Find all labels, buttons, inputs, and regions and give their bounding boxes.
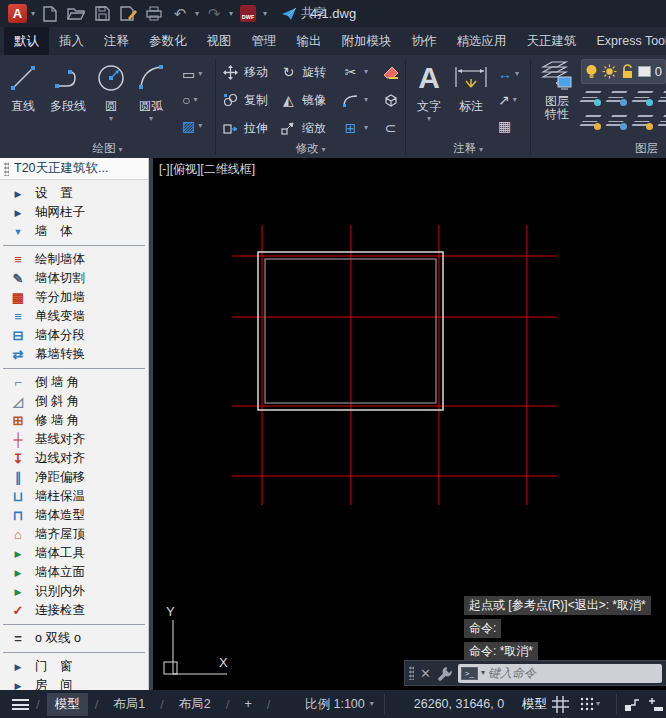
dimension-button[interactable]: 标注 — [448, 55, 494, 137]
sidebar-item[interactable]: 墙 体 — [0, 222, 148, 241]
redo-caret-icon[interactable] — [229, 10, 233, 18]
sidebar-item[interactable]: ⌐ 倒 墙 角 — [0, 373, 148, 392]
save-as-button[interactable] — [117, 4, 139, 24]
move-button[interactable]: 移动 — [222, 64, 280, 81]
panel-draw-label[interactable]: 绘图 — [0, 141, 215, 156]
sidebar-item[interactable]: 设 置 — [0, 184, 148, 203]
sidebar-item[interactable]: ∥ 净距偏移 — [0, 468, 148, 487]
array-button[interactable]: ⊞ — [342, 120, 382, 136]
layer-tool-button[interactable] — [607, 112, 627, 130]
scale-control[interactable]: 比例 1:100 — [305, 690, 374, 718]
leader-caret-icon[interactable] — [513, 96, 517, 104]
hatch-caret-icon[interactable] — [198, 122, 202, 130]
array-caret-icon[interactable] — [364, 124, 368, 132]
sidebar-item[interactable]: ↧ 边线对齐 — [0, 449, 148, 468]
ribbon-tab[interactable]: 参数化 — [139, 27, 197, 55]
layout-tab[interactable]: 布局2 — [171, 693, 219, 716]
layer-properties-button[interactable]: 图层 特性 — [535, 59, 579, 121]
isodraft-toggle[interactable] — [624, 690, 640, 718]
command-bar-grip-icon[interactable] — [409, 666, 414, 680]
ribbon-tab[interactable]: 管理 — [242, 27, 287, 55]
sidebar-item[interactable]: ⊓ 墙体造型 — [0, 506, 148, 525]
dwf-caret-icon[interactable] — [263, 10, 267, 18]
circle-button[interactable]: 圆 — [92, 55, 130, 137]
sidebar-item[interactable]: ✓ 连接检查 — [0, 601, 148, 620]
snap-toggle[interactable] — [580, 690, 600, 718]
undo-button[interactable]: ↶ — [169, 4, 191, 24]
stretch-button[interactable]: 拉伸 — [222, 120, 280, 137]
undo-caret-icon[interactable] — [195, 10, 199, 18]
circle-caret-icon[interactable] — [109, 115, 113, 123]
layer-tool-button[interactable] — [607, 88, 627, 106]
palette-grip-icon[interactable] — [4, 162, 9, 176]
sidebar-item[interactable]: 墙体立面 — [0, 563, 148, 582]
sidebar-item[interactable]: ┼ 基线对齐 — [0, 430, 148, 449]
ribbon-tab[interactable]: 协作 — [402, 27, 447, 55]
linear-dim-button[interactable]: ↔ — [498, 63, 519, 85]
sidebar-item[interactable]: ⇄ 幕墙转换 — [0, 345, 148, 364]
arc-caret-icon[interactable] — [149, 115, 153, 123]
rectangle-button[interactable]: ▭ — [182, 63, 202, 85]
layer-tool-button[interactable] — [633, 112, 653, 130]
sidebar-item[interactable] — [0, 620, 148, 629]
save-button[interactable] — [91, 4, 113, 24]
layer-state-control[interactable]: 0 — [581, 59, 666, 84]
ribbon-tab[interactable]: 默认 — [4, 27, 49, 55]
sidebar-item[interactable]: = o 双线 o — [0, 629, 148, 648]
sidebar-item[interactable] — [0, 364, 148, 373]
trim-caret-icon[interactable] — [364, 68, 368, 76]
hatch-button[interactable]: ▨ — [182, 115, 202, 137]
sidebar-item[interactable]: ✎ 墙体切割 — [0, 269, 148, 288]
sidebar-item[interactable]: 识别内外 — [0, 582, 148, 601]
sidebar-item[interactable]: 房 间 — [0, 676, 148, 690]
new-file-button[interactable] — [39, 4, 61, 24]
sidebar-item[interactable]: ◿ 倒 斜 角 — [0, 392, 148, 411]
arc-button[interactable]: 圆弧 — [130, 55, 172, 137]
layer-tool-button[interactable] — [581, 112, 601, 130]
text-button[interactable]: A 文字 — [410, 55, 448, 137]
leader-button[interactable]: ↗ — [498, 89, 519, 111]
sidebar-item[interactable]: ⊟ 墙体分段 — [0, 326, 148, 345]
sidebar-item[interactable]: ≡ 单线变墙 — [0, 307, 148, 326]
open-file-button[interactable] — [65, 4, 87, 24]
ribbon-tab[interactable]: 插入 — [49, 27, 94, 55]
mirror-button[interactable]: ◭镜像 — [280, 92, 342, 109]
trim-button[interactable]: ✂ — [342, 64, 382, 80]
share-button[interactable]: 共享 — [281, 5, 326, 22]
ribbon-tab[interactable]: 精选应用 — [447, 27, 517, 55]
command-input[interactable] — [488, 666, 659, 680]
command-input-field[interactable]: >_ — [458, 664, 662, 683]
polyline-button[interactable]: 多段线 — [44, 55, 92, 137]
snap-caret-icon[interactable] — [596, 700, 600, 708]
sidebar-item[interactable]: 墙体工具 — [0, 544, 148, 563]
autocad-logo-icon[interactable]: A — [8, 4, 27, 23]
command-bar-wrench-icon[interactable] — [437, 666, 452, 681]
sidebar-item[interactable]: ▦ 等分加墙 — [0, 288, 148, 307]
hamburger-menu-icon[interactable] — [12, 699, 29, 710]
coordinates-display[interactable]: 26260, 31646, 0 — [398, 690, 520, 718]
panel-layers-label[interactable]: 图层 — [635, 141, 658, 156]
dynamic-input-toggle[interactable] — [648, 690, 664, 718]
table-button[interactable]: ▦ — [498, 115, 519, 137]
ellipse-caret-icon[interactable] — [193, 96, 197, 104]
sidebar-item[interactable]: ⊞ 修 墙 角 — [0, 411, 148, 430]
panel-annotate-label[interactable]: 注释 — [406, 141, 530, 156]
rectangle-caret-icon[interactable] — [198, 70, 202, 78]
sidebar-item[interactable]: ≡ 绘制墙体 — [0, 250, 148, 269]
linear-dim-caret-icon[interactable] — [515, 70, 519, 78]
layer-tool-button[interactable] — [659, 112, 666, 130]
redo-button[interactable]: ↷ — [203, 4, 225, 24]
sidebar-item[interactable]: ⌂ 墙齐屋顶 — [0, 525, 148, 544]
scale-button[interactable]: 缩放 — [280, 120, 342, 137]
panel-modify-label[interactable]: 修改 — [216, 141, 405, 156]
fillet-caret-icon[interactable] — [364, 96, 368, 104]
grid-toggle[interactable] — [552, 690, 569, 718]
ribbon-tab[interactable]: 视图 — [197, 27, 242, 55]
layout-tab[interactable]: 模型 — [47, 693, 88, 716]
app-menu-caret-icon[interactable] — [31, 10, 35, 18]
sidebar-item[interactable] — [0, 648, 148, 657]
layout-tab[interactable]: 布局1 — [105, 693, 153, 716]
layer-tool-button[interactable] — [581, 88, 601, 106]
ellipse-button[interactable]: ○ — [182, 89, 202, 111]
text-caret-icon[interactable] — [427, 115, 431, 123]
